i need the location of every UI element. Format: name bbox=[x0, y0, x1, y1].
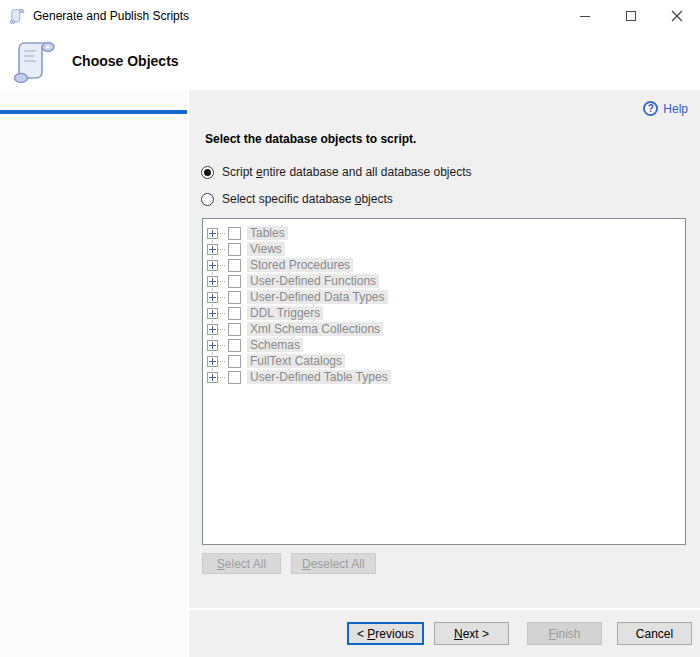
tree-row[interactable]: FullText Catalogs bbox=[207, 353, 685, 369]
expand-plus-icon[interactable] bbox=[207, 228, 218, 239]
tree-connector bbox=[218, 233, 225, 234]
previous-button[interactable]: < Previous bbox=[347, 622, 424, 645]
close-button[interactable] bbox=[654, 0, 700, 32]
expand-plus-icon[interactable] bbox=[207, 244, 218, 255]
tree-row[interactable]: User-Defined Table Types bbox=[207, 369, 685, 385]
radio-script-entire-database[interactable]: Script entire database and all database … bbox=[201, 165, 472, 179]
radio-button-icon[interactable] bbox=[201, 166, 214, 179]
tree-row[interactable]: Views bbox=[207, 241, 685, 257]
tree-row[interactable]: Stored Procedures bbox=[207, 257, 685, 273]
tree-connector bbox=[218, 361, 225, 362]
page-title: Choose Objects bbox=[72, 53, 179, 69]
tree-item-label: Tables bbox=[247, 226, 288, 240]
tree-checkbox[interactable] bbox=[228, 307, 241, 320]
radio-label: Select specific database objects bbox=[222, 192, 393, 206]
sidebar-item[interactable] bbox=[0, 99, 187, 103]
instruction-heading: Select the database objects to script. bbox=[205, 132, 416, 146]
tree-checkbox[interactable] bbox=[228, 371, 241, 384]
sidebar-item[interactable] bbox=[0, 143, 187, 147]
next-button[interactable]: Next > bbox=[434, 622, 509, 645]
scroll-wizard-icon bbox=[12, 38, 56, 84]
close-icon bbox=[671, 10, 683, 22]
expand-plus-icon[interactable] bbox=[207, 292, 218, 303]
select-all-button[interactable]: Select All bbox=[202, 553, 281, 574]
tree-row[interactable]: User-Defined Functions bbox=[207, 273, 685, 289]
expand-plus-icon[interactable] bbox=[207, 340, 218, 351]
wizard-header: Choose Objects bbox=[0, 32, 700, 90]
tree-checkbox[interactable] bbox=[228, 339, 241, 352]
tree-checkbox[interactable] bbox=[228, 355, 241, 368]
tree-connector bbox=[218, 297, 225, 298]
radio-select-specific-objects[interactable]: Select specific database objects bbox=[201, 192, 393, 206]
tree-checkbox[interactable] bbox=[228, 227, 241, 240]
help-link[interactable]: ? Help bbox=[643, 101, 688, 116]
tree-item-label: Stored Procedures bbox=[247, 258, 353, 272]
tree-checkbox[interactable] bbox=[228, 259, 241, 272]
help-label: Help bbox=[663, 102, 688, 116]
tree-row[interactable]: Tables bbox=[207, 225, 685, 241]
wizard-body: ? Help Select the database objects to sc… bbox=[0, 90, 700, 657]
tree-item-label: Views bbox=[247, 242, 285, 256]
wizard-window: Generate and Publish Scripts bbox=[0, 0, 700, 657]
tree-row[interactable]: DDL Triggers bbox=[207, 305, 685, 321]
scroll-app-icon bbox=[9, 8, 25, 24]
tree-item-label: User-Defined Functions bbox=[247, 274, 379, 288]
cancel-button[interactable]: Cancel bbox=[617, 622, 692, 645]
titlebar: Generate and Publish Scripts bbox=[0, 0, 700, 32]
tree-item-label: FullText Catalogs bbox=[247, 354, 345, 368]
tree-connector bbox=[218, 265, 225, 266]
tree-item-label: Xml Schema Collections bbox=[247, 322, 383, 336]
tree-item-label: User-Defined Table Types bbox=[247, 370, 391, 384]
tree-connector bbox=[218, 345, 225, 346]
tree-row[interactable]: Xml Schema Collections bbox=[207, 321, 685, 337]
tree-item-label: Schemas bbox=[247, 338, 303, 352]
radio-button-icon[interactable] bbox=[201, 193, 214, 206]
tree-actions: Select All Deselect All bbox=[202, 553, 376, 574]
tree-connector bbox=[218, 377, 225, 378]
main-panel: ? Help Select the database objects to sc… bbox=[189, 90, 700, 657]
object-tree-panel: Tables Views Stored Procedures bbox=[202, 218, 686, 545]
expand-plus-icon[interactable] bbox=[207, 308, 218, 319]
expand-plus-icon[interactable] bbox=[207, 372, 218, 383]
tree-row[interactable]: Schemas bbox=[207, 337, 685, 353]
expand-plus-icon[interactable] bbox=[207, 260, 218, 271]
deselect-all-button[interactable]: Deselect All bbox=[291, 553, 376, 574]
wizard-footer: < Previous Next > Finish Cancel bbox=[189, 608, 700, 657]
expand-plus-icon[interactable] bbox=[207, 356, 218, 367]
minimize-button[interactable] bbox=[562, 0, 608, 32]
tree-connector bbox=[218, 281, 225, 282]
tree-item-label: DDL Triggers bbox=[247, 306, 323, 320]
sidebar-item[interactable] bbox=[0, 110, 187, 114]
radio-label: Script entire database and all database … bbox=[222, 165, 472, 179]
help-icon: ? bbox=[643, 101, 658, 116]
tree-checkbox[interactable] bbox=[228, 275, 241, 288]
sidebar-item[interactable] bbox=[0, 121, 187, 125]
minimize-icon bbox=[580, 16, 590, 17]
tree-checkbox[interactable] bbox=[228, 291, 241, 304]
tree-connector bbox=[218, 249, 225, 250]
sidebar bbox=[0, 90, 187, 657]
expand-plus-icon[interactable] bbox=[207, 324, 218, 335]
maximize-button[interactable] bbox=[608, 0, 654, 32]
object-tree: Tables Views Stored Procedures bbox=[207, 225, 685, 385]
maximize-icon bbox=[626, 11, 636, 21]
tree-checkbox[interactable] bbox=[228, 323, 241, 336]
window-title: Generate and Publish Scripts bbox=[33, 9, 189, 23]
tree-connector bbox=[218, 313, 225, 314]
tree-item-label: User-Defined Data Types bbox=[247, 290, 388, 304]
finish-button[interactable]: Finish bbox=[527, 622, 602, 645]
tree-connector bbox=[218, 329, 225, 330]
expand-plus-icon[interactable] bbox=[207, 276, 218, 287]
tree-row[interactable]: User-Defined Data Types bbox=[207, 289, 685, 305]
sidebar-item[interactable] bbox=[0, 132, 187, 136]
caption-buttons bbox=[562, 0, 700, 32]
tree-checkbox[interactable] bbox=[228, 243, 241, 256]
